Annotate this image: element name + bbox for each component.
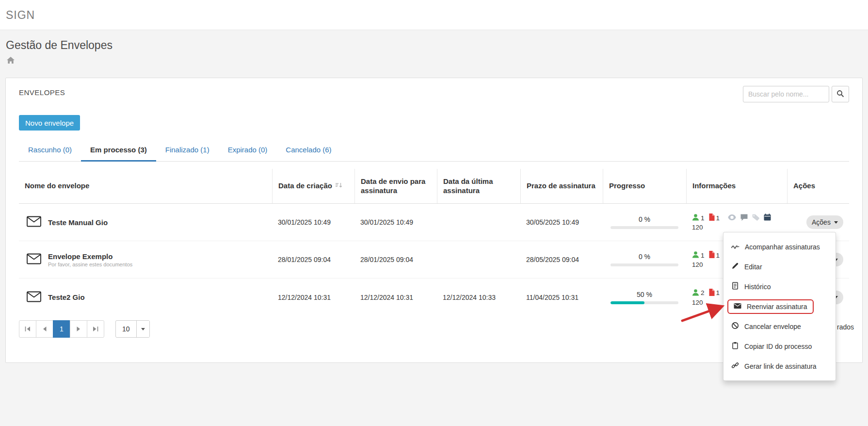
col-header-progresso: Progresso [603,169,686,203]
menu-item-cancelar-envelope[interactable]: Cancelar envelope [723,316,836,336]
last-signature-date: 12/12/2024 10:33 [437,279,520,316]
menu-item-historico[interactable]: Histórico [723,277,836,296]
envelope-icon [27,253,41,266]
envelope-icon [27,291,41,304]
envelope-name-cell: Envelope Exemplo Por favor, assine estes… [19,241,272,278]
search-input[interactable] [743,86,829,102]
menu-item-label: Acompanhar assinaturas [745,243,820,251]
days-count: 120 [692,224,703,231]
progress-cell: 50 % [603,279,686,316]
col-header-data-ultima: Data da última assinatura [437,169,520,203]
menu-item-label: Histórico [744,283,771,291]
col-header-data-envio: Data de envio para assinatura [354,169,437,203]
search-button[interactable] [832,86,849,102]
comment-icon[interactable] [740,214,748,222]
page-header: Gestão de Envelopes [0,30,868,52]
tab-rascunho[interactable]: Rascunho (0) [19,139,81,162]
signature-icon [731,243,739,251]
page-size-select[interactable]: 10 [115,320,150,338]
menu-item-acompanhar-assinaturas[interactable]: Acompanhar assinaturas [723,237,836,257]
tab-em-processo[interactable]: Em processo (3) [81,139,156,162]
last-signature-date [437,241,520,278]
signers-icon [692,213,699,222]
panel-title: ENVELOPES [19,88,65,97]
progress-fill [611,301,644,304]
sent-date: 12/12/2024 10:31 [354,279,437,316]
eye-icon[interactable] [728,214,736,222]
menu-item-label: Gerar link de assinatura [744,362,817,370]
signers-count: 1 [701,252,705,259]
next-page-button[interactable] [70,320,87,338]
sort-icon[interactable] [336,181,342,191]
progress-bar [611,301,678,304]
documents-count: 1 [716,214,720,222]
page-size-caret [136,320,149,338]
envelope-name-cell: Teste2 Gio [19,279,272,316]
menu-item-copiar-id[interactable]: Copiar ID do processo [723,336,836,356]
sent-date: 30/01/2025 10:49 [354,204,437,241]
page-number-button[interactable]: 1 [53,320,70,338]
menu-item-editar[interactable]: Editar [723,257,836,277]
deadline-date: 28/05/2025 09:04 [520,241,603,278]
envelope-name: Teste2 Gio [48,293,85,301]
first-page-button[interactable] [19,320,36,338]
created-date: 12/12/2024 10:31 [272,279,354,316]
progress-bar [611,226,678,229]
signers-icon [692,289,699,297]
page-size-value: 10 [116,325,136,333]
envelope-subtitle: Por favor, assine estes documentos [48,262,132,267]
copy-icon [731,342,739,351]
progress-label: 50 % [637,291,652,298]
ban-icon [731,322,739,331]
col-header-prazo: Prazo de assinatura [520,169,603,203]
menu-item-label: Reenviar assinatura [747,303,807,311]
menu-item-label: Copiar ID do processo [744,343,812,350]
page-title: Gestão de Envelopes [6,39,868,52]
signers-count: 1 [701,214,705,222]
progress-bar [611,263,678,266]
created-date: 30/01/2025 10:49 [272,204,354,241]
history-icon [731,282,739,291]
search-group [743,86,849,102]
documents-count: 1 [716,252,720,259]
home-icon[interactable] [7,57,15,66]
col-header-data-criacao[interactable]: Data de criação [272,169,354,203]
tab-cancelado[interactable]: Cancelado (6) [276,139,340,162]
new-envelope-button[interactable]: Novo envelope [19,115,80,131]
next-page-icon [76,326,81,332]
last-page-button[interactable] [87,320,104,338]
envelope-name-cell: Teste Manual Gio [19,204,272,241]
actions-dropdown-menu: Acompanhar assinaturas Editar Histórico … [723,232,836,381]
previous-page-icon [42,326,48,332]
pdf-icon [708,213,715,222]
actions-button[interactable]: Ações [806,215,843,229]
actions-button-label: Ações [812,218,831,226]
documents-count: 1 [716,289,720,296]
pencil-icon [731,262,739,271]
tab-finalizado[interactable]: Finalizado (1) [156,139,219,162]
progress-label: 0 % [639,253,650,261]
progress-cell: 0 % [603,241,686,278]
pagination-group: 1 [19,320,104,338]
tag-icon[interactable] [752,214,759,222]
col-header-data-criacao-label: Data de criação [278,181,332,191]
caret-down-icon [141,328,145,330]
brand-logo: SIGN [6,0,35,30]
last-page-icon [92,326,99,332]
table-header-row: Nome do envelope Data de criação Data de… [19,169,849,204]
envelope-icon [734,303,741,311]
created-date: 28/01/2025 09:04 [272,241,354,278]
signers-count: 2 [701,289,705,296]
deadline-date: 30/05/2025 10:49 [520,204,603,241]
calendar-icon[interactable] [764,213,771,222]
tab-expirado[interactable]: Expirado (0) [219,139,277,162]
envelope-name: Envelope Exemplo [48,252,132,261]
menu-item-reenviar-assinatura[interactable]: Reenviar assinatura [723,296,836,316]
envelope-name: Teste Manual Gio [48,218,108,227]
signers-icon [692,251,699,260]
progress-cell: 0 % [603,204,686,241]
menu-item-gerar-link[interactable]: Gerar link de assinatura [723,356,836,376]
previous-page-button[interactable] [36,320,53,338]
progress-label: 0 % [639,215,650,223]
link-icon [731,361,739,371]
